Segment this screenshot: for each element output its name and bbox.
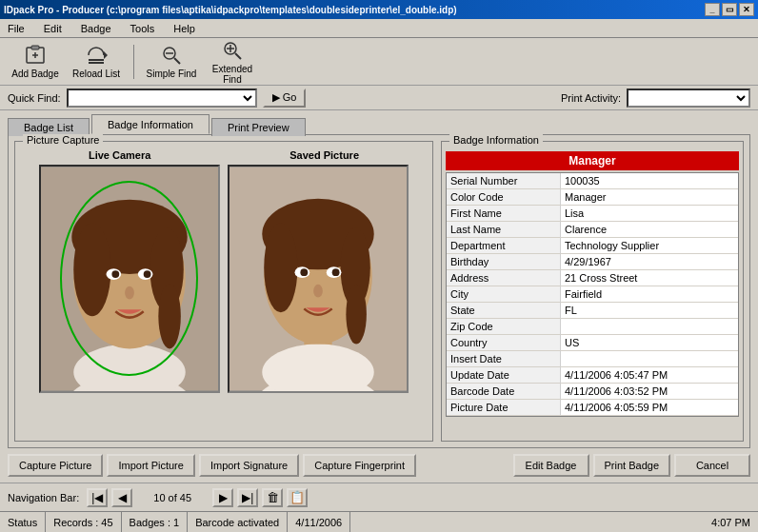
table-row: Insert Date: [447, 351, 738, 367]
simple-find-label: Simple Find: [147, 69, 197, 79]
nav-first-button[interactable]: |◀: [87, 488, 108, 507]
svg-point-20: [73, 223, 110, 316]
svg-rect-1: [31, 46, 39, 49]
field-value: 4/11/2006 4:05:59 PM: [561, 400, 738, 416]
live-camera-box: [39, 165, 220, 393]
add-badge-label: Add Badge: [11, 69, 59, 79]
table-row: Birthday4/29/1967: [447, 254, 738, 270]
tab-badge-information[interactable]: Badge Information: [91, 114, 209, 134]
nav-delete-button[interactable]: 🗑: [262, 488, 283, 507]
field-value: Clarence: [561, 222, 738, 238]
window-title: IDpack Pro - Producer (c:\program files\…: [4, 5, 457, 15]
nav-next-button[interactable]: ▶: [212, 488, 233, 507]
quickfind-dropdown[interactable]: [67, 89, 257, 108]
svg-point-40: [332, 268, 340, 276]
field-label: Barcode Date: [447, 384, 561, 400]
table-row: Address21 Cross Street: [447, 270, 738, 286]
table-row: CountryUS: [447, 335, 738, 351]
field-value: US: [561, 335, 738, 351]
nav-bar: Navigation Bar: |◀ ◀ 10 of 45 ▶ ▶| 🗑 📋: [0, 483, 758, 511]
table-row: Color CodeManager: [447, 189, 738, 206]
capture-fingerprint-button[interactable]: Capture Fingerprint: [303, 454, 416, 477]
svg-point-36: [346, 285, 367, 345]
table-row: Update Date4/11/2006 4:05:47 PM: [447, 367, 738, 384]
tab-print-preview[interactable]: Print Preview: [211, 118, 306, 136]
print-activity-label: Print Activity:: [561, 92, 621, 104]
live-camera-header: Live Camera: [89, 149, 150, 161]
minimize-button[interactable]: _: [705, 3, 720, 16]
live-camera-image: [41, 165, 218, 393]
status-bar: Status Records : 45 Badges : 1 Barcode a…: [0, 511, 758, 532]
field-value: Lisa: [561, 206, 738, 222]
left-buttons: Capture Picture Import Picture Import Si…: [8, 454, 416, 477]
bottom-buttons: Capture Picture Import Picture Import Si…: [0, 448, 758, 483]
extended-find-button[interactable]: Extended Find: [205, 42, 260, 82]
field-value: [561, 319, 738, 335]
edit-badge-button[interactable]: Edit Badge: [513, 454, 589, 477]
menu-help[interactable]: Help: [170, 21, 199, 36]
extended-find-icon: [221, 39, 244, 62]
quickfind-bar: Quick Find: ▶ Go Print Activity:: [0, 86, 758, 110]
window-controls: _ ▭ ✕: [705, 3, 754, 16]
table-row: Last NameClarence: [447, 222, 738, 238]
status-date: 4/11/2006: [288, 512, 350, 532]
menu-edit[interactable]: Edit: [40, 21, 66, 36]
svg-line-11: [235, 53, 241, 59]
toolbar-separator: [133, 45, 134, 79]
cancel-button[interactable]: Cancel: [674, 454, 750, 477]
field-label: Insert Date: [447, 351, 561, 367]
svg-point-27: [125, 286, 134, 300]
field-value: 4/29/1967: [561, 254, 738, 270]
simple-find-button[interactable]: Simple Find: [144, 42, 199, 82]
reload-list-label: Reload List: [72, 69, 120, 79]
svg-point-39: [300, 268, 308, 276]
simple-find-icon: [160, 44, 183, 67]
menu-tools[interactable]: Tools: [127, 21, 159, 36]
nav-last-button[interactable]: ▶|: [237, 488, 258, 507]
svg-point-26: [144, 270, 151, 278]
badge-info-panel: Badge Information Manager Serial Number1…: [441, 141, 744, 442]
import-picture-button[interactable]: Import Picture: [107, 454, 194, 477]
menu-bar: File Edit Badge Tools Help: [0, 19, 758, 38]
tabs-bar: Badge List Badge Information Print Previ…: [0, 110, 758, 134]
table-row: Zip Code: [447, 319, 738, 335]
field-value: Technology Supplier: [561, 238, 738, 254]
nav-record-info: 10 of 45: [144, 492, 201, 503]
nav-clipboard-button[interactable]: 📋: [287, 488, 308, 507]
field-label: Serial Number: [447, 173, 561, 189]
field-value: 100035: [561, 173, 738, 189]
restore-button[interactable]: ▭: [722, 3, 737, 16]
picture-capture-legend: Picture Capture: [23, 134, 103, 146]
go-button[interactable]: ▶ Go: [263, 89, 307, 108]
menu-badge[interactable]: Badge: [77, 21, 115, 36]
add-badge-icon: [24, 44, 47, 67]
field-label: Zip Code: [447, 319, 561, 335]
saved-picture-header: Saved Picture: [289, 149, 359, 161]
status-status: Status: [0, 512, 46, 532]
print-badge-button[interactable]: Print Badge: [593, 454, 670, 477]
reload-icon: [85, 44, 108, 67]
add-badge-button[interactable]: Add Badge: [8, 42, 63, 82]
quickfind-label: Quick Find:: [8, 92, 61, 104]
table-row: Barcode Date4/11/2006 4:03:52 PM: [447, 384, 738, 400]
capture-picture-button[interactable]: Capture Picture: [8, 454, 103, 477]
field-value: Fairfield: [561, 286, 738, 303]
reload-list-button[interactable]: Reload List: [69, 42, 124, 82]
badge-info-header: Manager: [446, 151, 739, 170]
status-time: 4:07 PM: [704, 512, 758, 532]
badge-info-table: Serial Number100035Color CodeManagerFirs…: [446, 172, 739, 417]
field-value: 4/11/2006 4:05:47 PM: [561, 367, 738, 384]
svg-point-34: [264, 223, 297, 312]
nav-prev-button[interactable]: ◀: [111, 488, 132, 507]
print-activity-select[interactable]: [627, 89, 750, 108]
badge-info-legend: Badge Information: [449, 134, 543, 146]
table-row: StateFL: [447, 303, 738, 319]
saved-picture-box: [228, 165, 409, 393]
menu-file[interactable]: File: [4, 21, 29, 36]
field-label: Color Code: [447, 189, 561, 206]
close-button[interactable]: ✕: [739, 3, 754, 16]
field-label: Update Date: [447, 367, 561, 384]
table-row: Picture Date4/11/2006 4:05:59 PM: [447, 400, 738, 416]
import-signature-button[interactable]: Import Signature: [199, 454, 299, 477]
picture-capture-panel: Picture Capture Live Camera Saved Pictur…: [14, 141, 433, 442]
